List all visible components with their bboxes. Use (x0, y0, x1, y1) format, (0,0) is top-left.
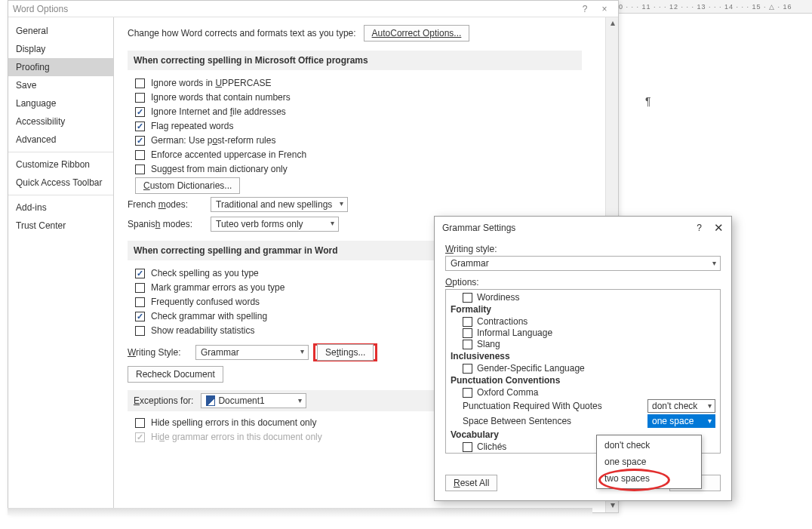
settings-highlight: Settings... (313, 343, 377, 361)
chk-repeated-label: Flag repeated words (151, 121, 233, 131)
options-label: Options: (445, 277, 721, 288)
head-formality: Formality (451, 304, 715, 315)
chk-grammar-spelling-label: Check grammar with spelling (151, 311, 267, 321)
lbl-oxford: Oxford Comma (477, 387, 538, 398)
french-modes-combo[interactable]: Traditional and new spellings (211, 197, 348, 212)
chk-spell-type[interactable] (135, 269, 145, 278)
close-button[interactable]: × (595, 1, 614, 17)
chk-hide-spelling[interactable] (135, 418, 145, 428)
lbl-wordiness: Wordiness (477, 292, 519, 303)
chk-hide-grammar (135, 432, 145, 442)
scroll-up-icon[interactable]: ▴ (606, 17, 618, 30)
dialog-title: Word Options (13, 1, 68, 17)
lbl-contractions: Contractions (477, 316, 527, 327)
chk-slang[interactable] (463, 340, 472, 349)
writing-style-combo2[interactable]: Grammar (445, 256, 721, 271)
nav-save[interactable]: Save (8, 76, 113, 94)
nav-quick-access[interactable]: Quick Access Toolbar (8, 174, 113, 192)
chk-readability-label: Show readability statistics (151, 325, 254, 336)
lbl-gender: Gender-Specific Language (477, 363, 585, 374)
grammar-close-button[interactable]: ✕ (714, 221, 724, 235)
chk-uppercase[interactable] (135, 78, 145, 88)
chk-contractions[interactable] (463, 317, 472, 327)
lbl-cliches: Clichés (477, 441, 506, 452)
nav-addins[interactable]: Add-ins (8, 198, 113, 217)
nav-proofing[interactable]: Proofing (8, 58, 113, 76)
ruler: 10 · · · 11 · · · 12 · · · 13 · · · 14 ·… (611, 0, 812, 14)
chk-french-accent-label: Enforce accented uppercase in French (151, 149, 306, 160)
options-nav: General Display Proofing Save Language A… (8, 17, 114, 512)
spanish-modes-label: Spanish modes: (128, 219, 211, 229)
document-icon (206, 395, 215, 406)
chk-wordiness[interactable] (463, 293, 472, 303)
french-modes-label: French modes: (128, 199, 211, 210)
dd-one-space[interactable]: one space (597, 454, 701, 470)
lbl-punct-quotes: Punctuation Required With Quotes (463, 401, 602, 411)
nav-display[interactable]: Display (8, 40, 113, 58)
custom-dictionaries-button[interactable]: Custom Dictionaries... (135, 177, 240, 194)
recheck-document-button[interactable]: Recheck Document (128, 366, 223, 383)
chk-hide-grammar-label: Hide grammar errors in this document onl… (151, 432, 322, 442)
chk-internet-label: Ignore Internet and file addresses (151, 106, 286, 117)
nav-general[interactable]: General (8, 22, 113, 40)
grammar-dialog-title: Grammar Settings (442, 223, 515, 233)
chk-german-label: German: Use post-reform rules (151, 135, 275, 146)
chk-confused[interactable] (135, 297, 145, 307)
space-dropdown[interactable]: don't check one space two spaces (596, 435, 702, 489)
chk-internet[interactable] (135, 107, 145, 117)
chk-grammar-type-label: Mark grammar errors as you type (151, 282, 285, 293)
chk-spell-type-label: Check spelling as you type (151, 268, 259, 278)
scroll-down-icon[interactable]: ▾ (606, 500, 618, 512)
writing-style-label2: Writing style: (445, 244, 721, 254)
autocorrect-options-button[interactable]: AutoCorrect Options... (364, 25, 470, 42)
chk-french-accent[interactable] (135, 150, 145, 160)
intro-text: Change how Word corrects and formats tex… (128, 28, 356, 38)
lbl-slang: Slang (477, 339, 500, 349)
dialog-titlebar: Word Options ? × (8, 1, 618, 17)
chk-hide-spelling-label: Hide spelling errors in this document on… (151, 417, 316, 428)
pilcrow-mark: ¶ (645, 95, 651, 107)
chk-uppercase-label: Ignore words in UPPERCASE (151, 78, 271, 88)
chk-gender[interactable] (463, 364, 472, 374)
writing-style-combo[interactable]: Grammar (195, 345, 309, 360)
writing-style-label: Writing Style: (128, 347, 195, 358)
chk-oxford[interactable] (463, 388, 472, 398)
combo-punct-quotes[interactable]: don't check (647, 399, 715, 413)
spanish-modes-combo[interactable]: Tuteo verb forms only (211, 217, 339, 232)
dialog-shadow (8, 508, 592, 515)
chk-numbers[interactable] (135, 93, 145, 103)
head-inclusiveness: Inclusiveness (451, 351, 715, 361)
nav-trust-center[interactable]: Trust Center (8, 217, 113, 235)
dd-two-spaces[interactable]: two spaces (597, 470, 701, 487)
chk-grammar-spelling[interactable] (135, 312, 145, 321)
lbl-informal: Informal Language (477, 328, 552, 338)
chk-informal[interactable] (463, 328, 472, 338)
nav-accessibility[interactable]: Accessibility (8, 112, 113, 131)
reset-all-button[interactable]: Reset All (445, 475, 497, 491)
combo-space-sentences[interactable]: one space (647, 414, 715, 428)
chk-repeated[interactable] (135, 121, 145, 131)
grammar-options-list[interactable]: Wordiness Formality Contractions Informa… (445, 289, 721, 454)
head-punctuation: Punctuation Conventions (451, 375, 715, 386)
chk-main-dict-label: Suggest from main dictionary only (151, 164, 288, 174)
chk-readability[interactable] (135, 326, 145, 336)
chk-cliches[interactable] (463, 442, 472, 452)
grammar-settings-button[interactable]: Settings... (317, 344, 374, 361)
grammar-help-button[interactable]: ? (697, 223, 702, 233)
chk-numbers-label: Ignore words that contain numbers (151, 92, 291, 103)
help-button[interactable]: ? (576, 1, 594, 17)
chk-german[interactable] (135, 136, 145, 146)
nav-advanced[interactable]: Advanced (8, 131, 113, 149)
nav-language[interactable]: Language (8, 94, 113, 112)
nav-customize-ribbon[interactable]: Customize Ribbon (8, 155, 113, 174)
chk-confused-label: Frequently confused words (151, 297, 260, 307)
lbl-space-sentences: Space Between Sentences (463, 416, 571, 426)
chk-main-dict[interactable] (135, 165, 145, 174)
dd-dont-check[interactable]: don't check (597, 437, 701, 454)
chk-grammar-type[interactable] (135, 283, 145, 293)
section-office-spelling: When correcting spelling in Microsoft Of… (128, 51, 582, 70)
exceptions-doc-combo[interactable]: Document1 (201, 393, 306, 408)
